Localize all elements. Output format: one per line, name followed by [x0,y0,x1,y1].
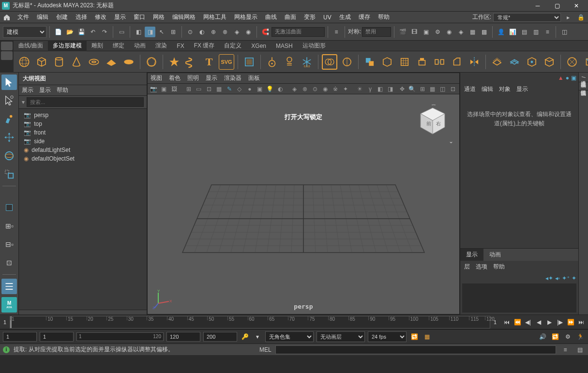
toggle-channel-icon[interactable]: ◫ [559,27,570,37]
vp-shadow-icon[interactable]: ◐ [276,85,285,93]
cb-menu-display[interactable]: 显示 [516,85,528,93]
viewport-canvas[interactable]: 打开大写锁定 前 右 ⌄ [148,94,459,314]
render-icon[interactable]: 🎬 [397,27,408,37]
menu-mesh[interactable]: 网格 [149,12,168,23]
menu-cache[interactable]: 缓存 [355,12,374,23]
play-start-icon[interactable]: ⏮ [502,317,512,327]
shelf-tab-poly[interactable]: 多边形建模 [48,40,87,51]
play-next-frame-icon[interactable]: |▶ [555,317,565,327]
panel-hypershade-icon[interactable]: ▤ [519,27,529,37]
menu-display[interactable]: 显示 [110,12,130,23]
layer-menu-layer[interactable]: 层 [464,263,470,271]
home-icon[interactable] [2,13,12,22]
menu-create[interactable]: 创建 [52,12,72,23]
snap-point-icon[interactable]: ⊕ [208,27,219,37]
timeline-track[interactable]: 1 10 15 20 25 30 35 40 45 50 55 60 65 70… [10,316,490,328]
render-view-icon[interactable]: ▦ [467,27,478,37]
open-scene-icon[interactable]: 📂 [64,27,75,37]
render-globals-icon[interactable]: ⚙ [432,27,443,37]
poly-retopo-icon[interactable] [507,54,522,70]
vp-menu-view[interactable]: 视图 [151,74,162,82]
snap-center-icon[interactable]: ⊗ [220,27,230,37]
move-tool[interactable] [1,130,17,145]
snap-toggle-icon[interactable]: ⊟▫ [1,237,17,252]
shelf-tab-motion[interactable]: 运动图形 [298,40,331,51]
ipr-icon[interactable]: 🎞 [409,27,420,37]
poly-star-icon[interactable] [166,54,182,70]
poly-separate-icon[interactable] [339,54,355,70]
menu-window[interactable]: 窗口 [130,12,149,23]
outliner-search[interactable] [27,97,144,107]
cb-icon1[interactable]: ▲ [558,75,564,81]
cb-menu-edit[interactable]: 编辑 [482,85,493,93]
select-mode-icon[interactable]: ▭ [116,27,127,37]
vp-isolate-icon[interactable]: ◈ [290,85,299,93]
select-tool[interactable] [1,75,17,90]
menu-curve[interactable]: 曲线 [261,12,281,23]
scale-tool[interactable] [1,166,17,182]
save-scene-icon[interactable]: 💾 [76,27,87,37]
menu-help[interactable]: 帮助 [374,12,393,23]
vp-image-icon[interactable]: 🖼 [170,85,179,93]
history-icon[interactable]: ≡ [331,27,342,37]
settings-icon[interactable]: ⚙ [563,332,573,342]
poly-svg-icon[interactable]: SVG [219,54,234,70]
outliner-menu-display[interactable]: 显示 [39,86,51,94]
outliner-node-objectset[interactable]: ◉defaultObjectSet [24,154,142,163]
snap-curve-icon[interactable]: ◐ [196,27,207,37]
sidetab-attr[interactable]: 属性编辑器 [579,82,588,90]
last-tool[interactable] [1,200,17,215]
layer-menu-option[interactable]: 选项 [476,263,487,271]
play-end-icon[interactable]: ⏭ [576,317,586,327]
snap-plane-icon[interactable]: ◈ [231,27,242,37]
poly-bevel-icon[interactable] [449,54,465,70]
shelf-tab-fx[interactable]: FX [172,41,189,51]
menu-file[interactable]: 文件 [14,12,33,23]
poly-torus-icon[interactable] [86,54,102,70]
range-start-field[interactable] [3,332,37,342]
poly-plane-icon[interactable] [104,54,119,70]
menu-surface[interactable]: 曲面 [281,12,300,23]
vp-ao-icon[interactable]: ◉ [321,85,330,93]
vp-misc4-icon[interactable]: ⊡ [449,85,457,93]
menu-edit[interactable]: 编辑 [33,12,52,23]
select-object-icon[interactable]: ◨ [145,27,155,37]
range-playstart-field[interactable] [40,332,74,342]
vp-menu-panel[interactable]: 面板 [248,74,260,82]
poly-disc-icon[interactable] [121,54,136,70]
poly-cylinder-icon[interactable] [51,54,67,70]
vp-film-icon[interactable]: ▭ [195,85,203,93]
script-editor-icon[interactable]: ≡ [560,344,571,355]
vp-misc3-icon[interactable]: ◫ [438,85,447,93]
vp-motion-icon[interactable]: ※ [331,85,340,93]
menu-deform[interactable]: 变形 [300,12,319,23]
outliner-node-front[interactable]: 📷front [24,128,142,137]
vp-zoom-icon[interactable]: 🔍 [408,85,417,93]
poly-intersect-icon[interactable] [397,54,412,70]
filter-icon[interactable]: ▾ [22,99,25,105]
vp-bookmark-icon[interactable]: ▣ [160,85,168,93]
render-settings-icon[interactable]: ▩ [479,27,489,37]
sidebar-toggle-icon[interactable]: ▸ [563,12,573,23]
vp-res-icon[interactable]: ▦ [215,85,224,93]
poly-smooth-icon[interactable] [489,54,505,70]
poly-extrude-icon[interactable] [414,54,430,70]
select-component-icon[interactable]: ↖ [156,27,167,37]
vp-solid-icon[interactable]: ● [245,85,254,93]
layer-tab-anim[interactable]: 动画 [483,249,507,261]
outliner-node-top[interactable]: 📷top [24,119,142,128]
maximize-button[interactable]: ▢ [547,0,567,12]
snap-live-icon[interactable]: ◉ [243,27,254,37]
log-icon[interactable]: ▤ [574,344,585,355]
cb-icon2[interactable]: ● [566,75,569,81]
outliner-scrollbar[interactable] [19,310,147,314]
shelf-editor-icon[interactable] [1,42,13,50]
vp-shade-icon[interactable]: ✎ [225,85,234,93]
shelf-tab-rig[interactable]: 绑定 [108,40,129,51]
lock-icon[interactable]: 🔒 [575,12,586,23]
poly-target-weld-icon[interactable] [582,54,588,70]
layer-menu-help[interactable]: 帮助 [493,263,505,271]
poly-pivot-icon[interactable] [264,54,280,70]
shelf-tab-xgen[interactable]: XGen [246,41,271,51]
menu-uv[interactable]: UV [319,13,335,22]
